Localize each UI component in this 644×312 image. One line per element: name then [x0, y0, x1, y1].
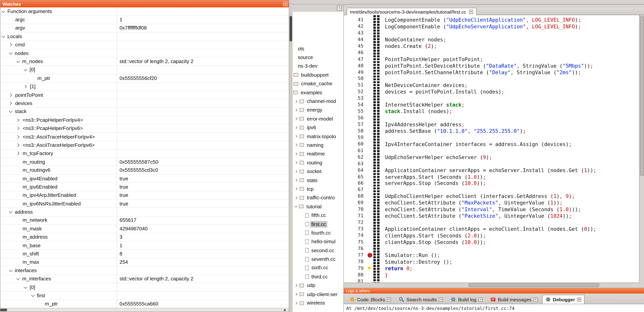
watch-row[interactable]: argv0x7fffffffdf08: [0, 24, 289, 33]
tree-item[interactable]: wireless: [295, 299, 343, 308]
logs-tab-debugger[interactable]: Debugger×: [542, 295, 584, 304]
tree-item[interactable]: first.cc: [305, 220, 343, 228]
watch-row[interactable]: m_ipv4ArpJitterEnabledtrue: [0, 191, 289, 200]
watch-row[interactable]: [0]: [0, 66, 289, 74]
watch-row[interactable]: m_shift8: [0, 250, 289, 258]
expand-icon[interactable]: [294, 109, 298, 112]
expand-icon[interactable]: [294, 302, 298, 304]
tree-item[interactable]: routing: [295, 158, 343, 167]
expand-icon[interactable]: [8, 93, 12, 97]
watch-row[interactable]: m_mask4294967040: [0, 225, 289, 233]
watches-horizontal-scrollbar[interactable]: ◀: [0, 308, 289, 312]
watch-row[interactable]: nodes: [0, 49, 289, 58]
tree-item[interactable]: tcp: [295, 184, 343, 193]
watch-row[interactable]: stack: [0, 108, 289, 116]
tree-item[interactable]: fourth.cc: [305, 228, 343, 237]
expand-icon[interactable]: [294, 135, 298, 138]
tree-item[interactable]: source: [297, 53, 344, 62]
collapse-icon[interactable]: [16, 59, 20, 63]
watch-row[interactable]: <ns3::AsciiTraceHelperForIpv4>: [0, 133, 289, 141]
watch-row[interactable]: m_routingv60x5555555cd3c0: [0, 166, 289, 174]
tab-close-icon[interactable]: ×: [387, 298, 391, 302]
logs-titlebar[interactable]: Logs & others: [344, 288, 644, 294]
tree-item[interactable]: udp-client-ser: [295, 290, 343, 299]
watch-row[interactable]: <ns3::PcapHelperForIpv6>: [0, 124, 289, 133]
code-editor[interactable]: 4142434445464748495051525354555657585960…: [344, 15, 640, 283]
expand-icon[interactable]: [16, 143, 20, 147]
tree-item[interactable]: error-model: [295, 114, 343, 123]
scrollbar-arrows[interactable]: ◀: [283, 308, 287, 312]
tree-item[interactable]: channel-mod: [295, 97, 343, 106]
scrollbar-thumb[interactable]: [640, 16, 644, 176]
watch-row[interactable]: m_base1: [0, 241, 289, 250]
tree-item[interactable]: hello-simul: [305, 237, 343, 246]
expand-icon[interactable]: [16, 152, 20, 155]
tree-item[interactable]: ols: [297, 44, 344, 53]
expand-icon[interactable]: [16, 135, 20, 138]
tree-item[interactable]: cmake_cache: [292, 79, 343, 88]
watch-row[interactable]: m_tcpFactory: [0, 150, 289, 158]
expand-icon[interactable]: [23, 85, 27, 88]
collapse-icon[interactable]: [9, 51, 12, 54]
logs-tab-code-blocks[interactable]: Code::Blocks×: [346, 295, 394, 304]
watch-row[interactable]: m_ptr0x55555556cf20: [0, 74, 289, 83]
watch-row[interactable]: cmd: [0, 41, 289, 49]
watch-row[interactable]: Function arguments: [0, 7, 289, 16]
expand-icon[interactable]: [294, 187, 298, 190]
breakpoint-icon[interactable]: [368, 253, 372, 258]
watch-row[interactable]: <ns3::AsciiTraceHelperForIpv6>: [0, 141, 289, 150]
breakpoint-margin[interactable]: [367, 17, 373, 283]
watch-row[interactable]: address: [0, 208, 289, 216]
collapse-icon[interactable]: [9, 109, 12, 113]
collapse-icon[interactable]: [9, 210, 12, 213]
logs-tab-search-results[interactable]: Search results×: [396, 295, 446, 304]
watch-row[interactable]: m_routing0x555555587c50: [0, 158, 289, 166]
tree-item[interactable]: naming: [295, 141, 343, 150]
tab-close-icon[interactable]: ×: [478, 298, 482, 302]
expand-icon[interactable]: [294, 170, 298, 173]
watch-row[interactable]: m_max254: [0, 258, 289, 267]
scrollbar-thumb[interactable]: [290, 16, 292, 41]
tree-item[interactable]: third.cc: [305, 272, 343, 281]
watch-row[interactable]: m_ipv6Enabledtrue: [0, 183, 289, 191]
tree-item[interactable]: ns-3-dev: [297, 62, 344, 71]
expand-icon[interactable]: [294, 152, 298, 155]
watch-row[interactable]: interfaces: [0, 267, 289, 275]
watch-row[interactable]: [0]: [0, 283, 289, 292]
tree-item[interactable]: fifth.cc: [305, 211, 343, 220]
expand-icon[interactable]: [294, 196, 298, 199]
logs-tab-build-log[interactable]: Build log×: [448, 295, 486, 304]
editor-tab-close-button[interactable]: ×: [469, 9, 473, 14]
expand-icon[interactable]: [16, 127, 20, 130]
tab-close-icon[interactable]: ×: [439, 298, 443, 302]
watch-row[interactable]: m_network655617: [0, 216, 289, 225]
tree-item[interactable]: seventh.cc: [305, 255, 343, 264]
tab-close-icon[interactable]: ×: [577, 298, 581, 302]
collapse-icon[interactable]: [31, 294, 34, 297]
watches-close-button[interactable]: ×: [283, 2, 288, 6]
expand-icon[interactable]: [294, 293, 298, 296]
watch-row[interactable]: devices: [0, 99, 289, 108]
tree-item[interactable]: traffic-contro: [295, 193, 343, 202]
expand-icon[interactable]: [294, 179, 298, 182]
watch-row[interactable]: argc1: [0, 16, 289, 24]
editor-tab-first-cc[interactable]: mnt/dev/tools/source/ns-3-dev/examples/t…: [346, 8, 476, 15]
tree-item[interactable]: examples: [292, 88, 343, 97]
tree-item[interactable]: udp: [295, 281, 343, 290]
watch-row[interactable]: m_interfacesstd::vector of length 2, cap…: [0, 275, 289, 283]
collapse-icon[interactable]: [2, 9, 5, 13]
watch-row[interactable]: <ns3::PcapHelperForIpv4>: [0, 116, 289, 125]
collapse-icon[interactable]: [2, 34, 5, 38]
collapse-icon[interactable]: [294, 205, 298, 208]
tree-item[interactable]: energy: [295, 106, 343, 114]
watch-row[interactable]: m_nodesstd::vector of length 2, capacity…: [0, 57, 289, 66]
watch-row[interactable]: m_ptr0x5555555ca660: [0, 300, 289, 308]
tree-item[interactable]: socket: [295, 167, 343, 176]
project-tree-scrollbar[interactable]: [289, 12, 292, 312]
watch-row[interactable]: [1]: [0, 83, 289, 91]
scroll-left-icon[interactable]: ◀: [283, 308, 287, 311]
tree-item[interactable]: matrix-topolo: [295, 132, 343, 141]
collapse-icon[interactable]: [16, 277, 20, 280]
expand-icon[interactable]: [294, 117, 298, 120]
collapse-icon[interactable]: [24, 285, 27, 289]
